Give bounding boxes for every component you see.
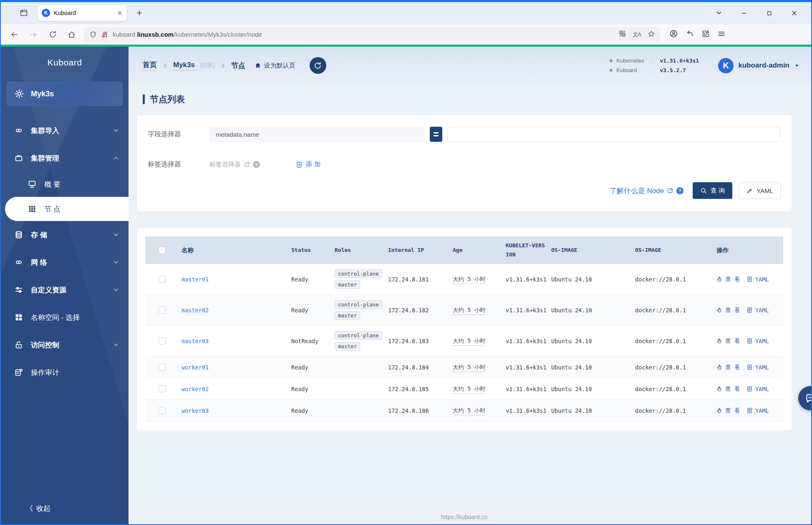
menu-hamburger-icon[interactable] [717, 30, 726, 40]
window-maximize-button[interactable] [763, 7, 775, 19]
sidebar-cluster-myk3s[interactable]: Myk3s [7, 82, 123, 106]
extensions-puzzle-icon[interactable] [701, 30, 710, 40]
sidebar-item-audit[interactable]: 操作审计 [1, 359, 129, 386]
node-kubelet-version: v1.31.6+k3s1 [506, 386, 551, 392]
yaml-node-link[interactable]: YAML [746, 386, 769, 392]
sidebar-item-cluster-import[interactable]: 集群导入 [1, 117, 129, 144]
username: kuboard-admin [738, 61, 789, 70]
sidebar-item-label: 节 点 [44, 204, 61, 214]
row-checkbox[interactable] [159, 385, 166, 392]
row-checkbox[interactable] [159, 337, 166, 344]
row-checkbox[interactable] [159, 276, 166, 283]
home-icon[interactable] [65, 28, 78, 41]
home-small-icon [255, 62, 261, 69]
view-node-link[interactable]: 查 看 [716, 364, 740, 371]
refresh-button[interactable] [310, 57, 326, 74]
sidebar-item-custom-resource[interactable]: 自定义资源 [1, 276, 129, 304]
sidebar-item-access-control[interactable]: 访问控制 [1, 331, 129, 359]
browser-tab[interactable]: K Kuboard [38, 5, 127, 21]
qr-code-icon[interactable] [619, 30, 626, 39]
sidebar-collapse-button[interactable]: 《 收起 [1, 504, 129, 524]
bookmark-star-icon[interactable] [648, 30, 655, 39]
node-name-link[interactable]: worker02 [182, 386, 209, 392]
view-node-link[interactable]: 查 看 [716, 337, 740, 345]
sidebar-item-cluster-manage[interactable]: 集群管理 [1, 144, 129, 172]
sidebar-item-network[interactable]: 网 络 [1, 249, 129, 276]
breadcrumb-switch-hint[interactable]: [切换] [200, 62, 215, 69]
custom-resource-icon [14, 285, 23, 294]
table-row: worker03Ready172.24.8.186大约 5 小时v1.31.6+… [145, 400, 783, 422]
back-icon[interactable] [8, 28, 21, 41]
yaml-node-link[interactable]: YAML [746, 338, 769, 344]
breadcrumb-cluster[interactable]: Myk3s [173, 61, 195, 70]
node-name-link[interactable]: worker03 [182, 407, 209, 414]
view-node-link[interactable]: 查 看 [716, 385, 740, 393]
bullet-icon [610, 69, 613, 72]
node-age: 大约 5 小时 [453, 337, 485, 346]
view-node-link[interactable]: 查 看 [716, 407, 740, 414]
search-button[interactable]: 查 询 [693, 182, 732, 199]
node-status: Ready [291, 307, 335, 314]
window-close-button[interactable] [788, 7, 800, 19]
nodes-icon [28, 204, 37, 214]
learn-about-node-link[interactable]: 了解什么是 Node ? [610, 186, 683, 196]
yaml-button[interactable]: YAML [739, 182, 781, 199]
yaml-node-link[interactable]: YAML [746, 364, 769, 371]
new-tab-button[interactable] [133, 6, 146, 20]
select-all-checkbox[interactable] [159, 247, 166, 254]
label-selector-doc-link[interactable]: 标签选择器 ? [209, 161, 260, 168]
node-name-link[interactable]: master02 [182, 307, 209, 314]
url-text[interactable]: kuboard.linuxsb.com/kubernetes/Myk3s/clu… [113, 31, 619, 38]
help-icon[interactable]: ? [253, 161, 260, 168]
window-minimize-button[interactable] [738, 7, 750, 19]
user-menu[interactable]: K kuboard-admin [718, 58, 799, 73]
table-row: master01Readycontrol-planemaster172.24.8… [145, 264, 783, 295]
help-icon[interactable]: ? [676, 187, 683, 194]
sync-arrow-icon[interactable] [686, 30, 694, 40]
sidebar-item-label: 自定义资源 [31, 285, 66, 295]
breadcrumb-current-page: 节点 [231, 61, 245, 70]
shield-icon[interactable] [89, 31, 97, 38]
field-value-input[interactable] [447, 127, 781, 142]
main-area: 首页 Myk3s [切换] 节点 设为默认页 [129, 47, 811, 524]
label-selector-label: 标签选择器 [148, 160, 209, 169]
add-label-selector-button[interactable]: 添 加 [296, 160, 320, 169]
insecure-lock-icon[interactable] [101, 31, 108, 38]
breadcrumb-home[interactable]: 首页 [143, 60, 157, 71]
node-status: Ready [291, 386, 335, 392]
sidebar-item-overview[interactable]: 概 要 [1, 172, 129, 197]
url-bar[interactable]: kuboard.linuxsb.com/kubernetes/Myk3s/clu… [84, 27, 660, 42]
row-checkbox[interactable] [159, 306, 166, 314]
reload-icon[interactable] [46, 28, 59, 41]
field-selector-input[interactable] [209, 127, 425, 142]
node-os-image: Ubuntu 24.10 [551, 338, 635, 344]
row-checkbox[interactable] [159, 364, 166, 371]
view-node-link[interactable]: 查 看 [716, 306, 740, 314]
yaml-node-link[interactable]: YAML [746, 407, 769, 414]
translate-icon[interactable]: 文A [633, 31, 641, 38]
operator-equals-button[interactable] [430, 127, 442, 142]
node-age: 大约 5 小时 [453, 385, 485, 394]
sidebar-item-nodes[interactable]: 节 点 [5, 197, 129, 221]
set-default-page-button[interactable]: 设为默认页 [255, 62, 295, 70]
node-kubelet-version: v1.31.6+k3s1 [506, 307, 551, 314]
tab-list-chevron-icon[interactable] [713, 7, 725, 19]
sidebar-item-namespace[interactable]: 名称空间 - 选择 [1, 304, 129, 331]
row-checkbox[interactable] [159, 407, 166, 414]
node-os-image: Ubuntu 24.10 [551, 386, 635, 392]
footer-link[interactable]: https://kuboard.cn [137, 510, 792, 524]
view-node-link[interactable]: 查 看 [716, 276, 740, 283]
account-icon[interactable] [669, 29, 678, 40]
node-name-link[interactable]: master01 [182, 276, 209, 283]
yaml-node-link[interactable]: YAML [746, 276, 769, 283]
firefox-view-icon[interactable] [17, 6, 31, 20]
sidebar-item-storage[interactable]: 存 储 [1, 221, 129, 249]
node-name-link[interactable]: worker01 [182, 364, 209, 371]
table-row: worker02Ready172.24.8.185大约 5 小时v1.31.6+… [145, 378, 783, 400]
node-name-link[interactable]: master03 [182, 338, 209, 344]
tab-close-icon[interactable] [117, 10, 123, 16]
yaml-node-link[interactable]: YAML [746, 307, 769, 314]
sidebar: Kuboard Myk3s 集群导入集群管理概 要节 点存 储网 络自定义资源名… [1, 47, 129, 524]
node-container-runtime: docker://28.0.1 [635, 307, 716, 314]
forward-icon[interactable] [27, 28, 40, 41]
